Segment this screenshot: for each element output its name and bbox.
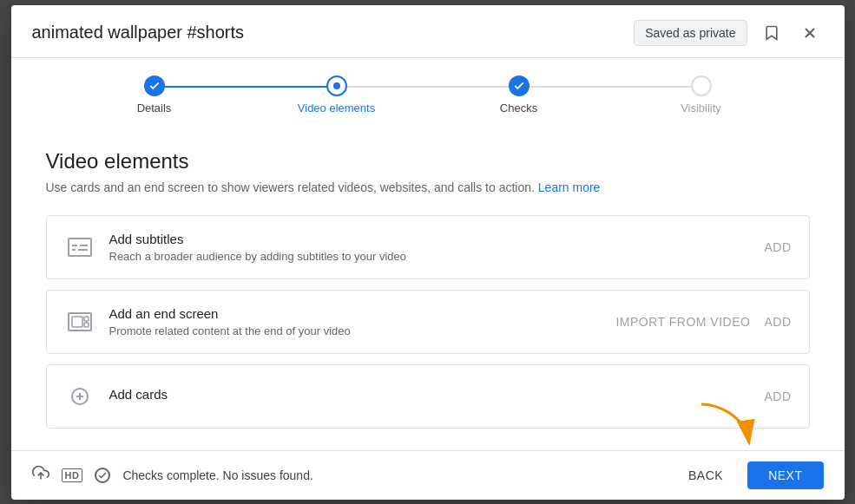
subtitles-desc: Reach a broader audience by adding subti… bbox=[109, 250, 765, 263]
modal-content: Video elements Use cards and an end scre… bbox=[11, 128, 845, 450]
close-icon bbox=[801, 24, 819, 42]
step-details: Details bbox=[63, 75, 246, 115]
svg-rect-2 bbox=[69, 239, 91, 256]
learn-more-link[interactable]: Learn more bbox=[538, 180, 601, 194]
subtitles-actions: ADD bbox=[764, 240, 791, 254]
add-subtitles-card: Add subtitles Reach a broader audience b… bbox=[46, 215, 810, 279]
upload-icon bbox=[32, 464, 49, 486]
end-screen-icon bbox=[64, 306, 95, 337]
footer-status-text: Checks complete. No issues found. bbox=[122, 468, 312, 482]
end-screen-desc: Promote related content at the end of yo… bbox=[109, 324, 616, 337]
step-label-visibility: Visibility bbox=[681, 101, 721, 115]
end-screen-actions: IMPORT FROM VIDEO ADD bbox=[615, 315, 791, 329]
subtitles-icon bbox=[64, 232, 95, 263]
hd-badge: HD bbox=[62, 468, 83, 482]
svg-rect-10 bbox=[84, 323, 89, 327]
next-button[interactable]: NEXT bbox=[747, 461, 823, 489]
modal-overlay: animated wallpaper #shorts Saved as priv… bbox=[0, 0, 855, 504]
back-button[interactable]: BACK bbox=[674, 461, 737, 489]
header-right: Saved as private bbox=[634, 19, 823, 47]
step-circle-checks bbox=[509, 75, 529, 96]
bookmark-icon bbox=[763, 24, 780, 42]
step-visibility: Visibility bbox=[610, 75, 793, 115]
section-description: Use cards and an end screen to show view… bbox=[46, 180, 810, 194]
end-screen-title: Add an end screen bbox=[109, 306, 616, 321]
step-label-checks: Checks bbox=[500, 101, 537, 115]
step-line-before-visibility bbox=[519, 86, 701, 88]
end-screen-card: Add an end screen Promote related conten… bbox=[46, 290, 810, 354]
subtitles-title: Add subtitles bbox=[109, 232, 765, 246]
cards-body: Add cards bbox=[109, 387, 765, 405]
step-line-before-checks bbox=[337, 86, 519, 88]
end-screen-add-button[interactable]: ADD bbox=[764, 315, 791, 329]
step-circle-details bbox=[144, 75, 165, 96]
import-from-video-button[interactable]: IMPORT FROM VIDEO bbox=[615, 315, 750, 329]
cards-icon bbox=[64, 381, 95, 412]
close-button[interactable] bbox=[796, 19, 824, 47]
step-label-video: Video elements bbox=[298, 101, 375, 115]
svg-rect-9 bbox=[84, 317, 89, 321]
step-checks: Checks bbox=[428, 75, 610, 115]
saved-as-private-button[interactable]: Saved as private bbox=[634, 20, 746, 46]
section-title: Video elements bbox=[46, 149, 810, 173]
modal-footer: HD Checks complete. No issues found. BAC… bbox=[11, 450, 845, 500]
subtitles-body: Add subtitles Reach a broader audience b… bbox=[109, 232, 765, 263]
step-label-details: Details bbox=[137, 101, 172, 115]
add-cards-card: Add cards ADD bbox=[46, 364, 810, 429]
modal-header: animated wallpaper #shorts Saved as priv… bbox=[11, 5, 845, 58]
checks-complete-icon bbox=[95, 468, 110, 483]
steps-container: Details Video elements Checks bbox=[11, 58, 845, 128]
footer-left: HD Checks complete. No issues found. bbox=[32, 464, 313, 486]
subtitles-add-button[interactable]: ADD bbox=[764, 240, 791, 254]
cards-actions: ADD bbox=[764, 389, 791, 403]
cards-title: Add cards bbox=[109, 387, 765, 402]
cards-add-button[interactable]: ADD bbox=[764, 389, 791, 403]
modal-title: animated wallpaper #shorts bbox=[32, 23, 245, 43]
bookmark-button[interactable] bbox=[758, 19, 786, 47]
end-screen-body: Add an end screen Promote related conten… bbox=[109, 306, 616, 337]
step-line-before-video bbox=[155, 86, 337, 88]
footer-right: BACK NEXT bbox=[674, 461, 823, 489]
svg-rect-8 bbox=[72, 317, 82, 327]
step-circle-video bbox=[326, 75, 347, 96]
step-circle-visibility bbox=[691, 75, 712, 96]
step-video-elements: Video elements bbox=[246, 75, 428, 115]
modal-dialog: animated wallpaper #shorts Saved as priv… bbox=[11, 5, 845, 500]
